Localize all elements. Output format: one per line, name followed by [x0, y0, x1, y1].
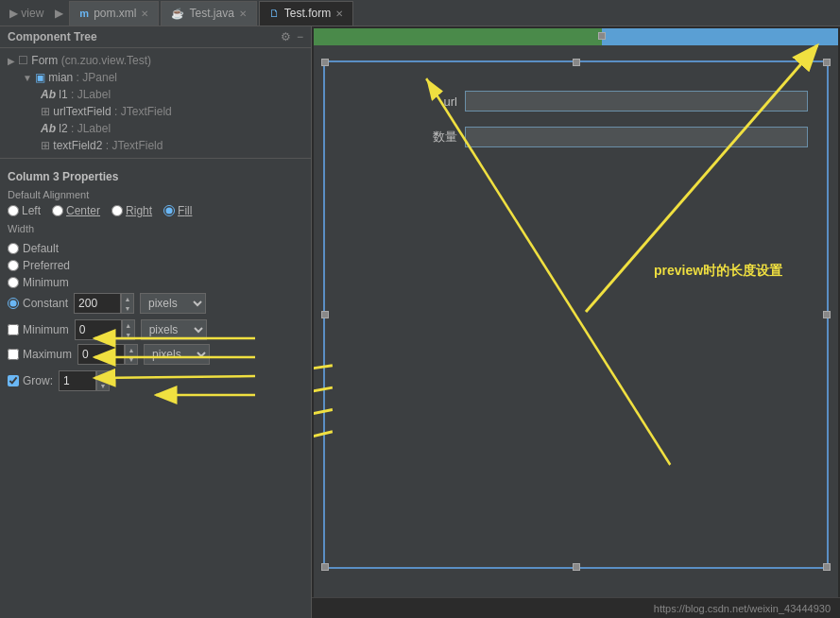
alignment-right-radio[interactable]	[111, 205, 123, 216]
tree-item-l2[interactable]: Ab l2 : JLabel	[0, 120, 311, 137]
alignment-left[interactable]: Left	[8, 204, 41, 217]
tab-java-close[interactable]: ✕	[239, 9, 247, 19]
panel-node-icon: ▣	[35, 71, 45, 84]
tree-toggle-mian[interactable]: ▼	[23, 73, 32, 83]
width-preferred-row: Preferred	[8, 259, 303, 272]
tree-mian-type: : JPanel	[77, 71, 117, 84]
top-bar-handle[interactable]	[598, 32, 606, 40]
tree-form-type: (cn.zuo.view.Test)	[61, 54, 151, 67]
maximum-spinner[interactable]: ▲ ▼	[125, 344, 138, 365]
tree-item-textfield2[interactable]: ⊞ textField2 : JTextField	[0, 137, 311, 154]
grow-checkbox-label[interactable]: Grow:	[8, 374, 53, 387]
main-layout: Component Tree ⚙ − ▶ ☐ Form (cn.zuo.view…	[0, 26, 840, 618]
tab-pom-label: pom.xml	[94, 7, 136, 20]
maximum-unit-select[interactable]: pixels	[144, 344, 210, 365]
min-spinner-down[interactable]: ▼	[123, 330, 134, 339]
minus-icon[interactable]: −	[297, 30, 303, 43]
alignment-center[interactable]: Center	[52, 204, 100, 217]
alignment-right[interactable]: Right	[111, 204, 152, 217]
tree-toggle-form[interactable]: ▶	[8, 56, 15, 66]
handle-tl[interactable]	[321, 59, 329, 66]
handle-tm[interactable]	[573, 59, 580, 66]
spinner-up[interactable]: ▲	[122, 294, 133, 303]
alignment-fill-label: Fill	[178, 204, 192, 217]
tab-form-close[interactable]: ✕	[335, 9, 343, 19]
handle-ml[interactable]	[321, 311, 329, 318]
width-constant-text: Constant	[23, 297, 68, 310]
grow-value-input[interactable]	[59, 370, 96, 391]
maximum-value-input[interactable]	[77, 344, 125, 365]
width-default-label[interactable]: Default	[8, 242, 59, 255]
handle-bl[interactable]	[321, 563, 329, 571]
max-spinner-down[interactable]: ▼	[126, 354, 137, 364]
tree-tf2-name: textField2	[53, 139, 102, 152]
width-minimum-row: Minimum	[8, 276, 303, 289]
form-preview[interactable]: url 数量	[323, 60, 829, 569]
width-default-row: Default	[8, 242, 303, 255]
width-preferred-radio[interactable]	[8, 260, 19, 271]
width-minimum-label[interactable]: Minimum	[8, 276, 69, 289]
width-minimum-radio[interactable]	[8, 277, 19, 288]
minimum-spinner[interactable]: ▲ ▼	[122, 319, 135, 340]
bottom-bar: https://blog.csdn.net/weixin_43444930	[312, 597, 840, 618]
grow-spinner[interactable]: ▲ ▼	[96, 370, 110, 391]
max-spinner-up[interactable]: ▲	[126, 345, 137, 354]
maximum-checkbox[interactable]	[8, 349, 19, 360]
handle-mr[interactable]	[823, 311, 831, 318]
handle-bm[interactable]	[573, 563, 580, 571]
alignment-center-radio[interactable]	[52, 205, 63, 216]
textfield-node-icon-url: ⊞	[41, 105, 50, 118]
constant-value-input[interactable]	[74, 293, 121, 314]
textfield-node-icon-2: ⊞	[41, 139, 50, 152]
grow-spinner-up[interactable]: ▲	[97, 371, 109, 381]
component-tree-area: ▶ ☐ Form (cn.zuo.view.Test) ▼ ▣ mian : J…	[0, 48, 311, 159]
maximum-checkbox-label[interactable]: Maximum	[8, 348, 72, 361]
width-default-text: Default	[23, 242, 59, 255]
width-default-radio[interactable]	[8, 243, 19, 254]
tree-item-mian[interactable]: ▼ ▣ mian : JPanel	[0, 69, 311, 86]
min-spinner-up[interactable]: ▲	[123, 320, 134, 330]
alignment-row: Left Center Right Fill	[8, 204, 303, 217]
alignment-left-radio[interactable]	[8, 205, 19, 216]
minimum-checkbox-label[interactable]: Minimum	[8, 323, 69, 336]
alignment-fill-radio[interactable]	[163, 205, 175, 216]
form-input-shuliang[interactable]	[465, 127, 808, 147]
breadcrumb-sep: ▶	[49, 7, 69, 20]
width-constant-label[interactable]: Constant	[8, 297, 68, 310]
gear-icon[interactable]: ⚙	[281, 30, 291, 43]
tree-l1-name: l1	[59, 88, 67, 101]
form-node-icon: ☐	[18, 54, 28, 67]
minimum-value-input[interactable]	[75, 319, 122, 340]
minimum-checkbox[interactable]	[8, 324, 19, 335]
maximum-row: Maximum ▲ ▼ pixels	[8, 344, 303, 365]
tab-pom[interactable]: m pom.xml ✕	[69, 1, 159, 26]
tab-pom-close[interactable]: ✕	[141, 9, 148, 19]
spinner-down[interactable]: ▼	[122, 303, 133, 313]
java-icon: ☕	[171, 8, 184, 20]
alignment-left-label: Left	[22, 204, 41, 217]
minimum-row: Minimum ▲ ▼ pixels	[8, 319, 303, 340]
handle-tr[interactable]	[823, 59, 831, 66]
constant-spinner[interactable]: ▲ ▼	[121, 293, 134, 314]
component-tree-header: Component Tree ⚙ −	[0, 26, 311, 48]
grow-spinner-down[interactable]: ▼	[97, 381, 109, 390]
width-preferred-label[interactable]: Preferred	[8, 259, 70, 272]
alignment-right-label: Right	[126, 204, 152, 217]
tree-item-l1[interactable]: Ab l1 : JLabel	[0, 86, 311, 103]
preview-top-bar	[314, 28, 838, 45]
tree-item-urltextfield[interactable]: ⊞ urlTextField : JTextField	[0, 103, 311, 120]
tree-item-form[interactable]: ▶ ☐ Form (cn.zuo.view.Test)	[0, 52, 311, 69]
tab-test-form[interactable]: 🗋 Test.form ✕	[259, 1, 353, 26]
grow-checkbox[interactable]	[8, 375, 19, 386]
tab-test-java[interactable]: ☕ Test.java ✕	[161, 1, 256, 26]
form-input-url[interactable]	[465, 91, 808, 112]
alignment-fill[interactable]: Fill	[163, 204, 192, 217]
width-constant-radio[interactable]	[8, 298, 19, 309]
form-grid: url 数量	[325, 62, 827, 176]
handle-br[interactable]	[823, 563, 831, 571]
maximum-label-text: Maximum	[23, 348, 72, 361]
minimum-unit-select[interactable]: pixels	[141, 319, 207, 340]
constant-unit-select[interactable]: pixels cm mm	[140, 293, 206, 314]
grow-row: Grow: ▲ ▼	[8, 370, 303, 391]
grow-label-text: Grow:	[23, 374, 53, 387]
